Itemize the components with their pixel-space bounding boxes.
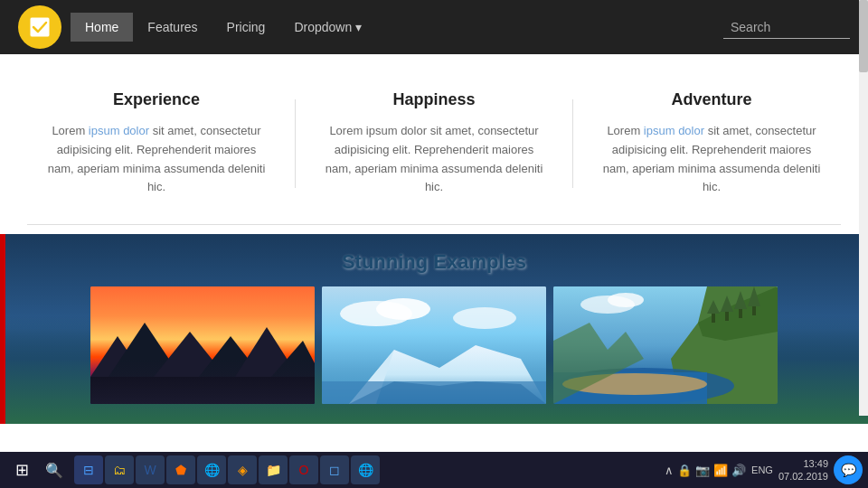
tray-icon-1[interactable]: 🔒 bbox=[677, 464, 692, 477]
caret-icon: ▾ bbox=[355, 20, 362, 34]
features-section: Experience Lorem ipsum dolor sit amet, c… bbox=[0, 54, 868, 215]
svg-point-11 bbox=[376, 298, 430, 320]
adventure-text: Lorem ipsum dolor sit amet, consectetur … bbox=[600, 122, 823, 197]
section-divider bbox=[27, 224, 841, 225]
navbar: Home Features Pricing Dropdown ▾ bbox=[0, 0, 868, 54]
examples-images bbox=[45, 286, 823, 404]
svg-rect-1 bbox=[90, 286, 315, 404]
svg-rect-8 bbox=[90, 377, 315, 404]
feature-happiness: Happiness Lorem ipsum dolor sit amet, co… bbox=[296, 90, 572, 197]
taskbar-search-button[interactable]: 🔍 bbox=[38, 454, 71, 486]
start-button[interactable]: ⊞ bbox=[5, 454, 38, 486]
nav-item-pricing[interactable]: Pricing bbox=[212, 13, 280, 42]
taskbar-date-display: 07.02.2019 bbox=[778, 470, 828, 483]
taskbar-icon-folder[interactable]: 📁 bbox=[259, 455, 288, 484]
tray-wifi-icon[interactable]: 📶 bbox=[713, 464, 728, 477]
taskbar-icon-app1[interactable]: ⬟ bbox=[166, 455, 195, 484]
taskbar-tray: ∧ 🔒 📷 📶 🔊 bbox=[665, 464, 746, 477]
taskbar-icon-taskview[interactable]: ⊟ bbox=[74, 455, 103, 484]
nav-item-dropdown[interactable]: Dropdown ▾ bbox=[279, 13, 376, 42]
taskbar-right: ∧ 🔒 📷 📶 🔊 ENG 13:49 07.02.2019 💬 bbox=[665, 455, 863, 484]
taskbar-datetime[interactable]: 13:49 07.02.2019 bbox=[778, 457, 828, 483]
nav-links: Home Features Pricing Dropdown ▾ bbox=[71, 13, 723, 42]
search-input[interactable] bbox=[723, 16, 850, 39]
experience-title: Experience bbox=[45, 90, 268, 109]
scrollbar-thumb[interactable] bbox=[859, 0, 868, 72]
feature-experience: Experience Lorem ipsum dolor sit amet, c… bbox=[18, 90, 295, 197]
nav-item-features[interactable]: Features bbox=[133, 13, 212, 42]
taskbar-icon-chrome1[interactable]: 🌐 bbox=[197, 455, 226, 484]
taskbar-icons: ⊟ 🗂 W ⬟ 🌐 ◈ 📁 O ◻ 🌐 bbox=[74, 455, 380, 484]
svg-point-33 bbox=[608, 293, 644, 307]
taskbar-icon-opera[interactable]: O bbox=[289, 455, 318, 484]
feature-adventure: Adventure Lorem ipsum dolor sit amet, co… bbox=[573, 90, 850, 197]
nav-item-home[interactable]: Home bbox=[71, 13, 133, 42]
example-image-cliffs[interactable] bbox=[553, 286, 778, 404]
brand-logo[interactable] bbox=[18, 5, 61, 49]
taskbar-icon-fileexplorer[interactable]: 🗂 bbox=[105, 455, 134, 484]
happiness-text: Lorem ipsum dolor sit amet, consectetur … bbox=[323, 122, 545, 197]
examples-title: Stunning Examples bbox=[342, 250, 526, 274]
taskbar-chat-button[interactable]: 💬 bbox=[834, 455, 863, 484]
examples-section: Stunning Examples bbox=[0, 234, 868, 424]
example-image-sunset[interactable] bbox=[90, 286, 315, 404]
experience-text: Lorem ipsum dolor sit amet, consectetur … bbox=[45, 122, 268, 197]
tray-up-icon[interactable]: ∧ bbox=[665, 464, 674, 477]
taskbar-time-display: 13:49 bbox=[778, 457, 828, 470]
taskbar-icon-app3[interactable]: ◻ bbox=[320, 455, 349, 484]
tray-icon-2[interactable]: 📷 bbox=[695, 464, 710, 477]
adventure-title: Adventure bbox=[600, 90, 823, 109]
tray-sound-icon[interactable]: 🔊 bbox=[731, 464, 746, 477]
search-form bbox=[723, 16, 850, 39]
happiness-title: Happiness bbox=[323, 90, 545, 109]
example-image-glacier[interactable] bbox=[322, 286, 546, 404]
taskbar-icon-chrome2[interactable]: 🌐 bbox=[351, 455, 380, 484]
svg-point-12 bbox=[453, 307, 516, 329]
scrollbar[interactable] bbox=[859, 0, 868, 416]
red-indicator-bar bbox=[0, 234, 5, 424]
taskbar: ⊞ 🔍 ⊟ 🗂 W ⬟ 🌐 ◈ 📁 O ◻ 🌐 bbox=[0, 452, 868, 488]
taskbar-icon-word[interactable]: W bbox=[136, 455, 165, 484]
taskbar-icon-app2[interactable]: ◈ bbox=[228, 455, 257, 484]
taskbar-lang: ENG bbox=[751, 465, 773, 475]
